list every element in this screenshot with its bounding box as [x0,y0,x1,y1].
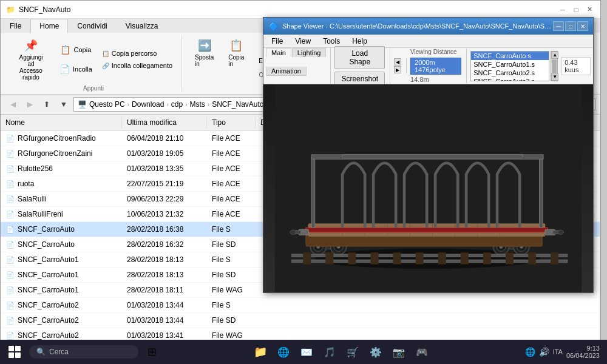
ribbon-group-appunti: 📌 Aggiungi adAccesso rapido 📋 Copia 📄 In… [5,35,182,92]
scroll-up-button[interactable]: ▲ [551,52,558,59]
file-name-10: SNCF_CarroAuto1 [18,286,79,294]
path-cdp[interactable]: cdp [171,100,183,109]
taskbar-item-settings[interactable]: ⚙️ [365,341,387,363]
taskbar-search[interactable]: 🔍 Cerca [29,345,138,359]
tray-time[interactable]: 9:13 06/04/2023 [566,345,600,359]
path-sncf-navauto[interactable]: SNCF_NavAuto [212,100,263,109]
taskbar-item-explorer[interactable]: 📁 [249,341,271,363]
sv-close-button[interactable]: ✕ [577,21,588,31]
sposta-button[interactable]: ➡️ Spostain [189,35,219,70]
file-type-7: File SD [207,239,256,250]
sv-menu-view[interactable]: View [290,35,316,47]
taskbar-item-browser[interactable]: 🌐 [273,341,294,363]
file-date-3: 22/07/2015 21:19 [122,178,207,189]
file-date-5: 10/06/2013 21:32 [122,209,207,220]
col-header-name[interactable]: Nome [1,117,122,128]
start-button[interactable] [2,341,27,363]
back-button[interactable]: ◀ [5,97,20,112]
aggiungi-button[interactable]: 📌 Aggiungi adAccesso rapido [10,35,52,84]
close-button[interactable]: ✕ [583,4,595,16]
sv-tab-main[interactable]: Main [266,48,291,57]
file-name-3: ruota [18,180,34,188]
task-view-button[interactable]: ⊞ [141,341,163,363]
sv-menu-file[interactable]: File [266,35,288,47]
taskbar-item-media[interactable]: 🎵 [319,341,341,363]
file-icon-7: 📄 [5,240,15,249]
copia-percorso-button[interactable]: 📋 Copia percorso [98,48,177,59]
sv-file-item-3[interactable]: SNCF_CarroAuto3.s [471,77,549,81]
ribbon-tab-file[interactable]: File [1,19,30,33]
tray-icon-network: 🌐 [525,347,535,357]
taskbar-item-mail[interactable]: ✉️ [296,341,317,363]
maximize-button[interactable]: □ [570,4,582,16]
sv-tab-animation[interactable]: Animation [266,67,307,76]
sv-file-item-1[interactable]: SNCF_CarroAuto1.s [471,60,549,69]
explorer-title-bar: 📁 SNCF_NavAuto ─ □ ✕ [1,1,600,19]
file-date-6: 28/02/2018 16:38 [122,224,207,235]
file-type-3: File ACE [207,178,256,189]
sv-file-list-scrollbar[interactable]: ▲ ▼ [551,51,558,81]
svg-rect-18 [306,235,542,246]
svg-rect-42 [303,252,311,264]
sv-menu-help[interactable]: Help [347,35,373,47]
path-questo-pc[interactable]: Questo PC [89,100,125,109]
shape-viewer-viewport[interactable] [263,84,593,292]
file-date-4: 09/06/2013 22:29 [122,194,207,204]
aggiungi-label: Aggiungi adAccesso rapido [16,54,46,81]
store-icon: 🛒 [347,346,359,358]
sv-tab-section: Main Lighting Animation [266,48,331,84]
arrow-left-button[interactable]: ◀ [394,58,401,66]
sv-maximize-button[interactable]: □ [565,21,576,31]
copia-in-button[interactable]: 📋 Copiain [222,35,251,70]
load-shape-button[interactable]: Load Shape [334,46,385,69]
incolla-label: Incolla [73,66,92,73]
file-name-6: SNCF_CarroAuto [18,225,75,234]
file-icon-3: 📄 [5,179,15,189]
file-date-8: 28/02/2018 18:13 [122,254,207,265]
file-type-5: File ACE [207,209,256,220]
file-name-2: Rulotte256 [18,164,53,173]
incolla-collegamento-button[interactable]: 🔗 Incolla collegamento [98,60,177,71]
recent-button[interactable]: ▼ [56,97,71,112]
forward-button[interactable]: ▶ [22,97,37,112]
size-section: 0.43 kuus [561,57,591,75]
minimize-button[interactable]: ─ [557,4,569,16]
sv-tab-lighting[interactable]: Lighting [292,48,327,57]
taskbar-item-store[interactable]: 🛒 [342,341,364,363]
screenshot-button[interactable]: Screenshot [334,72,385,86]
file-name-13: SNCF_CarroAuto2 [18,331,79,340]
file-name-11: SNCF_CarroAuto2 [18,301,79,309]
incolla-button[interactable]: 📄 Incolla [54,60,95,78]
ribbon-tab-home[interactable]: Home [30,19,68,33]
svg-rect-53 [551,252,558,264]
incolla-icon: 📄 [57,62,72,76]
arrow-right-button[interactable]: ▶ [394,66,401,73]
ribbon-tab-condividi[interactable]: Condividi [68,19,116,33]
ribbon-tab-visualizza[interactable]: Visualizza [117,19,168,33]
taskbar-search-text: Cerca [49,348,69,356]
scroll-down-button[interactable]: ▼ [551,73,558,81]
sv-file-item-0[interactable]: SNCF_CarroAuto.s [471,52,549,60]
copia-button[interactable]: 📋 Copia [54,41,95,59]
file-date-10: 28/02/2018 18:11 [122,285,207,295]
file-size-13 [256,334,292,337]
file-item-11[interactable]: 📄 SNCF_CarroAuto2 01/03/2018 13:44 File … [1,298,600,313]
up-button[interactable]: ⬆ [39,97,54,112]
sv-minimize-button[interactable]: ─ [553,21,564,31]
taskbar-item-app2[interactable]: 🎮 [411,341,433,363]
file-item-12[interactable]: 📄 SNCF_CarroAuto2 01/03/2018 13:44 File … [1,313,600,328]
file-icon-6: 📄 [5,224,15,234]
copia-in-icon: 📋 [229,38,243,53]
svg-rect-50 [483,252,491,264]
sv-menu-tools[interactable]: Tools [317,35,345,47]
sv-file-list[interactable]: SNCF_CarroAuto.s SNCF_CarroAuto1.s SNCF_… [470,51,549,81]
shape-canvas [263,84,593,292]
col-header-date[interactable]: Ultima modifica [122,117,207,128]
sv-file-item-2[interactable]: SNCF_CarroAuto2.s [471,69,549,77]
col-header-type[interactable]: Tipo [207,117,256,128]
path-download[interactable]: Download [132,100,164,109]
taskbar-item-app1[interactable]: 📷 [388,341,410,363]
path-msts[interactable]: Msts [189,100,205,109]
path-icon: 🖥️ [78,100,87,109]
scroll-thumb[interactable] [552,59,557,73]
